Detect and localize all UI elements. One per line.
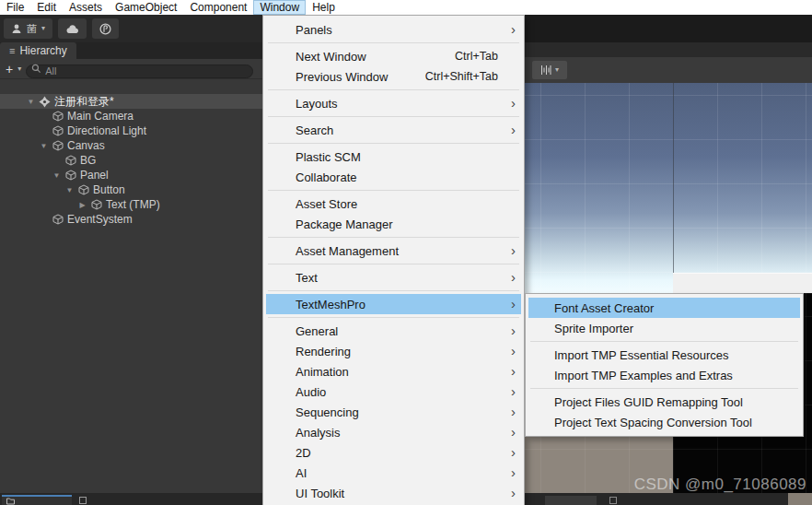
gameobject-icon <box>38 96 52 108</box>
bottom-tab-right[interactable] <box>545 496 597 505</box>
menu-item-label: Sequencing <box>296 405 359 419</box>
menubar-item[interactable]: Window <box>253 0 306 15</box>
submenu-item-label: Import TMP Essential Resources <box>554 348 729 362</box>
hierarchy-tab-label: Hierarchy <box>19 44 66 57</box>
create-object-button[interactable]: + <box>6 63 13 76</box>
menu-item[interactable]: Next Window Ctrl+Tab <box>266 46 521 66</box>
gameobject-icon <box>76 184 90 196</box>
tree-row[interactable]: ▼ Panel <box>0 168 262 182</box>
bottom-panel-tab-bar-right <box>525 493 812 505</box>
gameobject-icon <box>64 155 77 167</box>
menu-item[interactable]: Audio › <box>266 382 521 402</box>
menu-item[interactable]: Search › <box>266 120 521 140</box>
menubar-item[interactable]: Component <box>183 0 253 15</box>
bottom-tab-active[interactable] <box>2 495 72 505</box>
tree-foldout-icon[interactable]: ▶ <box>75 201 89 209</box>
hierarchy-panel: 菌 ▾ ≡ Hierarchy + ▾ <box>0 15 262 493</box>
menu-item-label: Panels <box>296 23 332 37</box>
hierarchy-search-input[interactable] <box>26 65 253 78</box>
submenu-item[interactable]: Sprite Importer <box>528 318 800 338</box>
gameobject-icon <box>51 214 64 226</box>
menu-item[interactable]: Collaborate <box>266 167 521 187</box>
tree-row[interactable]: ▼ Button <box>0 182 262 197</box>
cloud-icon <box>65 24 79 34</box>
menu-item-label: Previous Window <box>296 70 388 84</box>
menu-item[interactable]: Sequencing › <box>266 402 521 422</box>
menu-separator <box>266 187 521 194</box>
menu-item[interactable]: TextMeshPro › <box>266 294 521 314</box>
menu-item[interactable]: Asset Store <box>266 194 521 214</box>
tree-row[interactable]: ▼ 注册和登录* <box>0 94 262 109</box>
submenu-item[interactable]: Import TMP Essential Resources <box>528 345 800 365</box>
tab-hierarchy[interactable]: ≡ Hierarchy <box>0 42 76 59</box>
tree-row[interactable]: ▶ Text (TMP) <box>0 197 262 212</box>
menu-item-label: Layouts <box>296 97 338 111</box>
tree-row[interactable]: Directional Light <box>0 123 262 138</box>
submenu-item[interactable]: Project Text Spacing Conversion Tool <box>528 412 800 432</box>
menubar-item[interactable]: Edit <box>30 0 63 15</box>
tree-row[interactable]: ▼ Canvas <box>0 138 262 153</box>
menu-item[interactable]: AI › <box>266 463 521 483</box>
menu-item[interactable]: Animation › <box>266 361 521 382</box>
tree-row[interactable]: EventSystem <box>0 212 262 227</box>
submenu-item[interactable]: Font Asset Creator <box>528 298 800 318</box>
menu-separator <box>266 314 521 321</box>
person-icon <box>11 23 22 34</box>
scene-viewport-sky[interactable] <box>525 83 812 293</box>
menu-item[interactable]: 2D › <box>266 442 521 463</box>
create-dropdown-icon[interactable]: ▾ <box>17 65 21 73</box>
grid-ruler-icon <box>540 65 551 76</box>
bottom-tab-icon-right[interactable] <box>609 497 617 504</box>
scene-white-plane <box>673 273 812 293</box>
menubar-item-label: GameObject <box>115 1 177 14</box>
bottom-tab-icon[interactable] <box>79 497 87 504</box>
menu-item[interactable]: Previous Window Ctrl+Shift+Tab <box>266 66 521 87</box>
menu-item-label: Asset Management <box>296 244 399 258</box>
menu-item-label: Rendering <box>296 345 351 358</box>
submenu-arrow-icon: › <box>505 367 516 376</box>
menu-item-label: Analysis <box>296 426 340 440</box>
submenu-arrow-icon: › <box>505 125 516 135</box>
tree-row[interactable]: BG <box>0 153 262 168</box>
plastic-scm-icon <box>99 23 111 35</box>
submenu-item-label: Project Files GUID Remapping Tool <box>554 395 743 409</box>
menu-item[interactable]: Text › <box>266 267 521 288</box>
submenu-item-label: Sprite Importer <box>554 322 633 335</box>
menu-item[interactable]: Panels › <box>266 19 521 40</box>
tree-foldout-icon[interactable]: ▼ <box>37 142 51 150</box>
menu-item[interactable]: Analysis › <box>266 422 521 442</box>
menu-item[interactable]: UI Toolkit › <box>266 483 521 503</box>
hierarchy-controls-row: + ▾ <box>0 59 262 79</box>
search-icon <box>31 64 41 74</box>
menu-item[interactable]: General › <box>266 321 521 341</box>
menubar-item[interactable]: Assets <box>63 0 109 15</box>
submenu-arrow-icon: › <box>505 428 516 437</box>
submenu-item[interactable]: Import TMP Examples and Extras <box>528 365 800 385</box>
menu-item[interactable]: Layouts › <box>266 93 521 113</box>
menu-item-label: AI <box>296 466 307 480</box>
menu-separator <box>266 113 521 120</box>
plastic-scm-button[interactable] <box>92 18 119 39</box>
menubar: File Edit Assets GameObject Component Wi… <box>0 0 812 15</box>
tree-foldout-icon[interactable]: ▼ <box>63 186 76 194</box>
grid-visibility-button[interactable]: ▾ <box>532 61 567 79</box>
hierarchy-tab-bar: ≡ Hierarchy <box>0 42 262 59</box>
menu-item[interactable]: Rendering › <box>266 341 521 361</box>
menubar-item[interactable]: File <box>0 0 30 15</box>
menu-item-label: Animation <box>296 365 349 379</box>
tree-row[interactable]: Main Camera <box>0 109 262 123</box>
menu-item[interactable]: Package Manager <box>266 214 521 234</box>
cloud-button[interactable] <box>58 18 87 39</box>
account-button[interactable]: 菌 ▾ <box>4 18 52 39</box>
menubar-item[interactable]: Help <box>306 0 342 15</box>
submenu-item[interactable]: Project Files GUID Remapping Tool <box>528 392 800 412</box>
gameobject-icon <box>51 111 64 123</box>
menu-item[interactable]: Asset Management › <box>266 241 521 261</box>
menubar-item[interactable]: GameObject <box>109 0 183 15</box>
tree-foldout-icon[interactable]: ▼ <box>24 98 38 106</box>
tree-foldout-icon[interactable]: ▼ <box>50 171 64 180</box>
menu-item[interactable]: Plastic SCM <box>266 147 521 167</box>
menu-separator <box>266 87 521 93</box>
menu-item-label: Package Manager <box>296 217 393 231</box>
menubar-item-label: Edit <box>37 1 56 14</box>
